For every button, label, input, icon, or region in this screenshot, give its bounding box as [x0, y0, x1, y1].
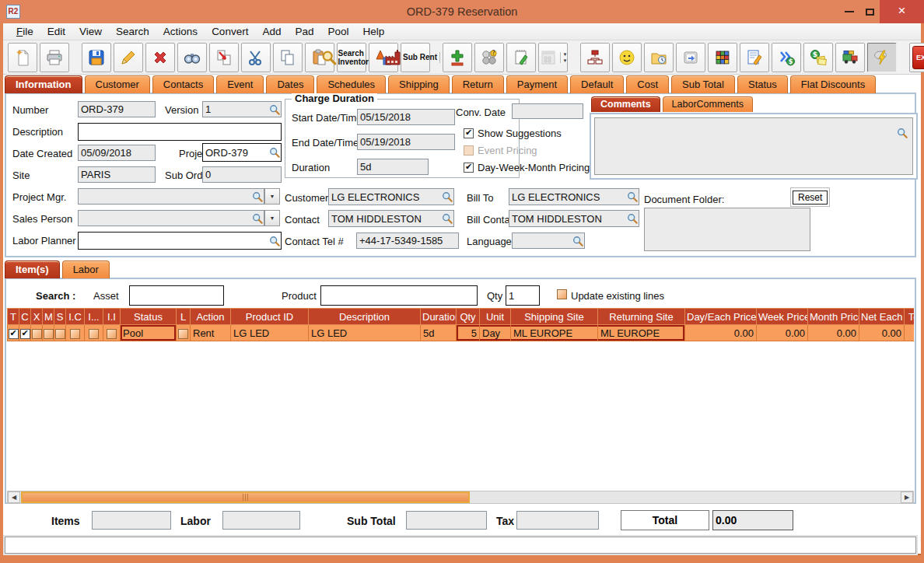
toolbar-copy-button[interactable] [273, 43, 303, 72]
calendar-dropdown-arrows-icon[interactable]: ▼▼ [560, 52, 568, 63]
tab-comments[interactable]: Comments [591, 96, 660, 112]
cell-day_each_price[interactable]: 0.00 [685, 325, 757, 341]
x-checkbox[interactable] [32, 329, 42, 339]
project-search-icon[interactable] [269, 147, 280, 158]
tab-schedules[interactable]: Schedules [317, 75, 386, 93]
customer-input[interactable] [328, 188, 454, 205]
start-date-field[interactable] [357, 109, 455, 125]
cell-t[interactable] [8, 325, 19, 341]
document-folder-box[interactable] [644, 208, 810, 251]
menu-add[interactable]: Add [255, 26, 288, 37]
bill-to-search-icon[interactable] [627, 191, 638, 202]
customer-field[interactable] [328, 188, 454, 205]
cell-x[interactable] [31, 325, 43, 341]
toolbar-form-edit-button[interactable] [740, 43, 769, 72]
toolbar-lightning-button[interactable] [867, 43, 897, 72]
toolbar-print-button[interactable] [40, 43, 69, 72]
column-header-idots[interactable]: I... [85, 309, 103, 325]
column-header-qty[interactable]: Qty [457, 309, 480, 325]
project-mgr-input[interactable] [78, 188, 264, 205]
c-checkbox[interactable] [20, 329, 30, 339]
project-mgr-field[interactable] [78, 188, 264, 205]
toolbar-forward-dollar-button[interactable]: $ [772, 43, 801, 72]
s-checkbox[interactable] [55, 329, 65, 339]
toolbar-save-button[interactable] [82, 43, 111, 72]
event-pricing-checkbox[interactable] [464, 145, 474, 156]
scroll-right-button[interactable]: ▶ [901, 491, 913, 503]
tab-item-s[interactable]: Item(s) [5, 261, 60, 278]
toolbar-truck-button[interactable] [835, 43, 865, 72]
comments-textarea[interactable] [594, 117, 913, 175]
m-checkbox[interactable] [44, 329, 54, 339]
column-header-action[interactable]: Action [191, 309, 231, 325]
end-date-field[interactable] [357, 134, 455, 150]
toolbar-sub-rent-button[interactable]: Sub Rent▼▼ [401, 43, 430, 72]
toolbar-exit-button[interactable]: EXIT [909, 43, 924, 72]
column-header-net_each[interactable]: Net Each [859, 309, 905, 325]
toolbar-convert-document-button[interactable] [209, 43, 239, 72]
column-header-l[interactable]: L [177, 309, 191, 325]
close-button[interactable]: × [880, 0, 924, 23]
scrollbar-thumb[interactable] [21, 491, 470, 503]
cell-l[interactable] [177, 325, 191, 341]
toolbar-smiley-button[interactable] [612, 43, 642, 72]
comments-search-icon[interactable] [897, 128, 908, 138]
version-field[interactable] [202, 101, 282, 117]
description-field[interactable] [78, 123, 282, 141]
conv-date-field[interactable] [512, 103, 583, 119]
cell-description[interactable]: LG LED [309, 325, 421, 341]
menu-view[interactable]: View [72, 26, 109, 37]
reset-button[interactable]: Reset [793, 191, 828, 205]
bill-contact-field[interactable] [509, 210, 639, 227]
column-header-t[interactable]: T [8, 309, 19, 325]
tab-event[interactable]: Event [216, 75, 264, 93]
cell-unit[interactable]: Day [480, 325, 511, 341]
labor-planner-input[interactable] [78, 232, 282, 250]
column-header-returning_site[interactable]: Returning Site [598, 309, 685, 325]
toolbar-cut-button[interactable] [241, 43, 271, 72]
cell-m[interactable] [43, 325, 54, 341]
qty-input[interactable] [506, 285, 540, 306]
tab-labor[interactable]: Labor [62, 261, 110, 278]
menu-convert[interactable]: Convert [205, 26, 255, 37]
cell-duration[interactable]: 5d [421, 325, 457, 341]
cell-s[interactable] [54, 325, 66, 341]
toolbar-dollar-notes-button[interactable]: $ [803, 43, 833, 72]
tab-shipping[interactable]: Shipping [388, 75, 450, 93]
cell-action[interactable]: Rent [191, 325, 231, 341]
toolbar-folder-clock-button[interactable] [644, 43, 674, 72]
cell-shipping_site[interactable]: ML EUROPE [511, 325, 598, 341]
column-header-description[interactable]: Description [309, 309, 421, 325]
dwm-pricing-checkbox[interactable] [464, 163, 474, 173]
project-mgr-search-icon[interactable] [252, 191, 263, 202]
tab-contacts[interactable]: Contacts [152, 75, 214, 93]
column-header-ic[interactable]: I.C [66, 309, 85, 325]
column-header-s[interactable]: S [54, 309, 66, 325]
contact-tel-field[interactable] [356, 233, 459, 249]
column-header-c[interactable]: C [19, 309, 31, 325]
tab-dates[interactable]: Dates [266, 75, 314, 93]
toolbar-group-query-button[interactable]: ? [474, 43, 504, 72]
column-header-m[interactable]: M [43, 309, 54, 325]
maximize-button[interactable] [859, 0, 880, 23]
minimize-button[interactable] [839, 0, 859, 23]
column-header-shipping_site[interactable]: Shipping Site [511, 309, 598, 325]
tab-status[interactable]: Status [737, 75, 788, 93]
toolbar-shortcut-key-button[interactable] [676, 43, 705, 72]
cell-idots[interactable] [85, 325, 103, 341]
cell-month_price[interactable]: 0.00 [808, 325, 859, 341]
project-field[interactable] [202, 143, 282, 162]
column-header-product_id[interactable]: Product ID [231, 309, 309, 325]
sales-person-search-icon[interactable] [252, 213, 263, 224]
column-header-duration[interactable]: Duration [421, 309, 457, 325]
ic-checkbox[interactable] [70, 329, 80, 339]
cell-qty[interactable]: 5 [457, 325, 480, 341]
t-checkbox[interactable] [9, 329, 19, 339]
cell-week_price[interactable]: 0.00 [757, 325, 808, 341]
cell-product_id[interactable]: LG LED [231, 325, 309, 341]
toolbar-add-line-button[interactable] [443, 43, 472, 72]
contact-field[interactable] [328, 210, 454, 227]
total-field[interactable] [712, 510, 793, 530]
labor-planner-search-icon[interactable] [269, 236, 280, 247]
toolbar-new-document-button[interactable] [8, 43, 37, 72]
